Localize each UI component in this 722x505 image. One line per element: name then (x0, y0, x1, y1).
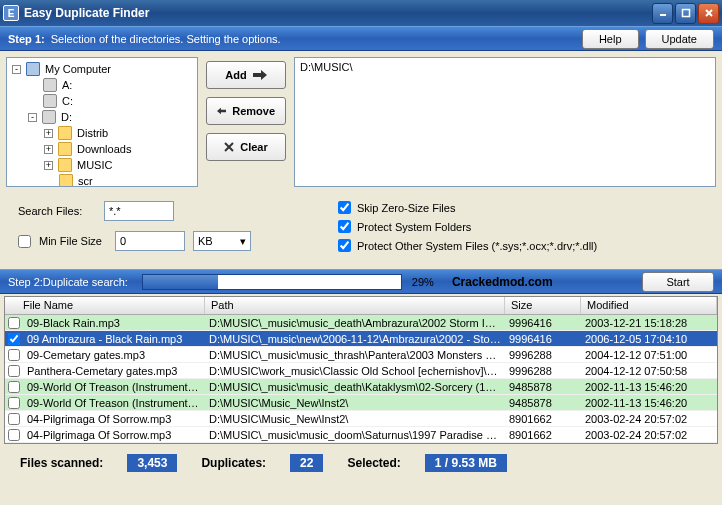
table-row[interactable]: 04-Pilgrimaga Of Sorrow.mp3D:\MUSIC\Musi… (5, 411, 717, 427)
tree-label: Downloads (77, 143, 131, 155)
window-title: Easy Duplicate Finder (24, 6, 652, 20)
directory-tree[interactable]: -My ComputerA:C:-D:+Distrib+Downloads+MU… (6, 57, 198, 187)
skip-zero-label: Skip Zero-Size Files (357, 202, 455, 214)
table-row[interactable]: Panthera-Cemetary gates.mp3D:\MUSIC\work… (5, 363, 717, 379)
row-checkbox[interactable] (8, 397, 20, 409)
col-path-header[interactable]: Path (205, 297, 505, 314)
tree-node[interactable]: -My Computer (10, 61, 194, 77)
table-header: File Name Path Size Modified (5, 297, 717, 315)
table-row[interactable]: 09-World Of Treason (Instrumental ...D:\… (5, 395, 717, 411)
cell-path: D:\MUSIC\Music_New\Inst2\ (205, 413, 505, 425)
drive-icon (43, 94, 57, 108)
tree-node[interactable]: +MUSIC (10, 157, 194, 173)
scanned-label: Files scanned: (20, 456, 103, 470)
skip-zero-checkbox[interactable] (338, 201, 351, 214)
expand-icon[interactable]: - (12, 65, 21, 74)
minimize-button[interactable] (652, 3, 673, 24)
cell-modified: 2002-11-13 15:46:20 (581, 381, 717, 393)
table-row[interactable]: 09-Black Rain.mp3D:\MUSIC\_music\music_d… (5, 315, 717, 331)
tree-label: C: (62, 95, 73, 107)
tree-label: A: (62, 79, 72, 91)
cell-modified: 2006-12-05 17:04:10 (581, 333, 717, 345)
duplicates-label: Duplicates: (201, 456, 266, 470)
row-checkbox[interactable] (8, 333, 20, 345)
remove-button[interactable]: Remove (206, 97, 286, 125)
cell-size: 9996416 (505, 333, 581, 345)
row-checkbox[interactable] (8, 365, 20, 377)
expand-icon[interactable]: + (44, 145, 53, 154)
cell-path: D:\MUSIC\_music\music_death\Kataklysm\02… (205, 381, 505, 393)
maximize-button[interactable] (675, 3, 696, 24)
row-checkbox[interactable] (8, 429, 20, 441)
cell-name: Panthera-Cemetary gates.mp3 (23, 365, 205, 377)
search-files-input[interactable] (104, 201, 174, 221)
tree-node[interactable]: A: (10, 77, 194, 93)
unit-label: KB (198, 235, 213, 247)
cell-path: D:\MUSIC\work_music\Classic Old School [… (205, 365, 505, 377)
row-checkbox[interactable] (8, 413, 20, 425)
step1-label: Step 1: (8, 33, 45, 45)
cell-size: 9996288 (505, 349, 581, 361)
add-button[interactable]: Add (206, 61, 286, 89)
table-row[interactable]: 09 Ambrazura - Black Rain.mp3D:\MUSIC\_m… (5, 331, 717, 347)
selected-label: Selected: (347, 456, 400, 470)
cell-size: 8901662 (505, 429, 581, 441)
min-size-checkbox[interactable] (18, 235, 31, 248)
titlebar: E Easy Duplicate Finder (0, 0, 722, 26)
help-button[interactable]: Help (582, 29, 639, 49)
tree-label: My Computer (45, 63, 111, 75)
table-row[interactable]: 04-Pilgrimaga Of Sorrow.mp3D:\MUSIC\_mus… (5, 427, 717, 443)
tree-node[interactable]: +Downloads (10, 141, 194, 157)
table-row[interactable]: 09-World Of Treason (Instrumental ...D:\… (5, 379, 717, 395)
step2-label: Step 2: (8, 276, 43, 288)
cell-name: 09-Cemetary gates.mp3 (23, 349, 205, 361)
tree-label: Distrib (77, 127, 108, 139)
start-button[interactable]: Start (642, 272, 714, 292)
cell-name: 04-Pilgrimaga Of Sorrow.mp3 (23, 413, 205, 425)
tree-node[interactable]: scr (10, 173, 194, 187)
selected-value: 1 / 9.53 MB (425, 454, 507, 472)
tree-node[interactable]: C: (10, 93, 194, 109)
target-path-text: D:\MUSIC\ (300, 61, 353, 73)
table-row[interactable]: 09 Ambrazura - Kill Yourself.mp3D:\MUSIC… (5, 443, 717, 444)
expand-icon[interactable]: + (44, 129, 53, 138)
expand-icon[interactable]: - (28, 113, 37, 122)
results-table[interactable]: File Name Path Size Modified 09-Black Ra… (4, 296, 718, 444)
min-size-label: Min File Size (39, 235, 107, 247)
min-size-input[interactable] (115, 231, 185, 251)
arrow-right-icon (253, 70, 267, 80)
drive-icon (43, 78, 57, 92)
tree-node[interactable]: -D: (10, 109, 194, 125)
row-checkbox[interactable] (8, 381, 20, 393)
svg-rect-1 (682, 10, 689, 17)
clear-button[interactable]: Clear (206, 133, 286, 161)
cell-path: D:\MUSIC\Music_New\Inst2\ (205, 397, 505, 409)
arrow-left-icon (217, 106, 226, 116)
close-button[interactable] (698, 3, 719, 24)
protect-other-checkbox[interactable] (338, 239, 351, 252)
expand-icon[interactable]: + (44, 161, 53, 170)
progress-percent: 29% (412, 276, 434, 288)
unit-select[interactable]: KB▾ (193, 231, 251, 251)
col-size-header[interactable]: Size (505, 297, 581, 314)
progress-fill (143, 275, 218, 289)
update-button[interactable]: Update (645, 29, 714, 49)
folder-icon (59, 174, 73, 187)
comp-icon (26, 62, 40, 76)
col-modified-header[interactable]: Modified (581, 297, 717, 314)
target-path-panel[interactable]: D:\MUSIC\ (294, 57, 716, 187)
protect-sys-checkbox[interactable] (338, 220, 351, 233)
progress-bar (142, 274, 402, 290)
watermark-text: Crackedmod.com (452, 275, 553, 289)
row-checkbox[interactable] (8, 349, 20, 361)
cell-size: 8901662 (505, 413, 581, 425)
protect-sys-label: Protect System Folders (357, 221, 471, 233)
chevron-down-icon: ▾ (240, 235, 246, 248)
table-row[interactable]: 09-Cemetary gates.mp3D:\MUSIC\_music\mus… (5, 347, 717, 363)
tree-node[interactable]: +Distrib (10, 125, 194, 141)
col-name-header[interactable]: File Name (5, 297, 205, 314)
folder-icon (58, 142, 72, 156)
row-checkbox[interactable] (8, 317, 20, 329)
cell-path: D:\MUSIC\_music\new\2006-11-12\Ambrazura… (205, 333, 505, 345)
protect-other-label: Protect Other System Files (*.sys;*.ocx;… (357, 240, 597, 252)
